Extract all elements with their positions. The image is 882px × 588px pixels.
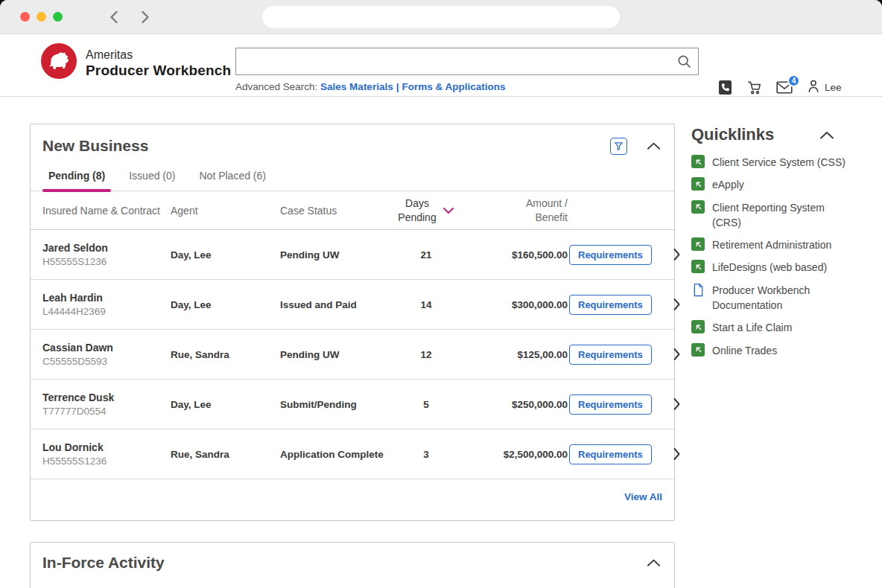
insured-name: Terrence Dusk	[42, 392, 171, 403]
app-title: Producer Workbench	[86, 63, 231, 79]
quicklink-label: Start a Life Claim	[712, 319, 792, 335]
quicklink-item[interactable]: Client Reporting System (CRS)	[691, 199, 864, 231]
column-header-amount: Amount / Benefit	[459, 196, 569, 223]
column-header-insured: Insured Name & Contract	[42, 205, 171, 217]
minimize-window-button[interactable]	[37, 12, 46, 22]
quicklink-item[interactable]: eApply	[691, 176, 864, 192]
requirements-button[interactable]: Requirements	[569, 345, 652, 365]
search-input[interactable]	[235, 48, 699, 75]
brand[interactable]: Ameritas Producer Workbench	[41, 43, 231, 82]
quicklink-label: Producer Workbench Documentation	[712, 282, 848, 313]
column-header-days-sort[interactable]: Days Pending	[393, 196, 459, 223]
table-row: Jared Seldon H55555S1236 Day, Lee Pendin…	[31, 230, 674, 280]
days-pending-value: 14	[393, 299, 459, 310]
case-status: Pending UW	[280, 349, 393, 360]
contract-number: L44444H2369	[42, 306, 171, 317]
days-pending-value: 21	[393, 249, 459, 261]
document-icon	[691, 283, 705, 297]
table-body: Jared Seldon H55555S1236 Day, Lee Pendin…	[31, 230, 674, 479]
row-detail-chevron-icon[interactable]	[662, 447, 681, 461]
contract-number: T77777D0554	[42, 406, 171, 417]
browser-chrome	[0, 0, 882, 34]
mail-badge: 4	[787, 74, 800, 87]
case-status: Issued and Paid	[280, 299, 393, 310]
tab[interactable]: Pending (8)	[42, 162, 111, 191]
days-pending-value: 3	[393, 449, 459, 460]
table-row: Leah Hardin L44444H2369 Day, Lee Issued …	[31, 280, 674, 330]
search-icon[interactable]	[677, 54, 691, 71]
agent-name: Day, Lee	[171, 399, 280, 410]
requirements-button[interactable]: Requirements	[569, 394, 652, 415]
quicklinks-list: Client Service System (CSS) eApply Clien…	[691, 154, 864, 365]
insured-name: Lou Dornick	[42, 441, 171, 453]
quicklink-item[interactable]: LifeDesigns (web based)	[691, 259, 864, 275]
requirements-button[interactable]: Requirements	[569, 295, 652, 315]
new-business-panel: New Business Pending (8) Issued (0) Not …	[30, 124, 675, 521]
row-detail-chevron-icon[interactable]	[662, 348, 681, 361]
filter-button[interactable]	[610, 138, 627, 155]
external-link-icon	[691, 177, 705, 191]
tab[interactable]: Issued (0)	[123, 162, 181, 191]
brand-name: Ameritas	[86, 48, 231, 62]
amount-benefit-value: $250,000.00	[459, 399, 569, 410]
browser-window: Ameritas Producer Workbench Advanced Sea…	[0, 0, 882, 588]
ameritas-logo-icon	[41, 43, 77, 82]
tab-label: Issued (0)	[129, 170, 175, 182]
column-header-status: Case Status	[280, 205, 393, 217]
quicklink-item[interactable]: Online Trades	[691, 342, 864, 358]
row-detail-chevron-icon[interactable]	[662, 248, 681, 261]
tab[interactable]: Not Placed (6)	[193, 162, 271, 191]
close-window-button[interactable]	[20, 12, 30, 22]
column-header-agent: Agent	[171, 205, 280, 217]
mail-icon[interactable]: 4	[776, 81, 793, 94]
row-detail-chevron-icon[interactable]	[662, 397, 681, 411]
view-all-link[interactable]: View All	[624, 491, 662, 502]
sales-materials-link[interactable]: Sales Materials	[320, 81, 393, 92]
table-row: Cassian Dawn C55555D5593 Rue, Sandra Pen…	[31, 330, 674, 380]
case-status: Application Complete	[280, 449, 393, 460]
new-business-tabs: Pending (8) Issued (0) Not Placed (6)	[31, 162, 674, 191]
quicklink-item[interactable]: Producer Workbench Documentation	[691, 282, 864, 313]
quicklinks-collapse-icon[interactable]	[818, 129, 836, 141]
user-menu[interactable]: Lee	[807, 79, 842, 96]
table-header-row: Insured Name & Contract Agent Case Statu…	[31, 191, 674, 230]
advanced-search-label: Advanced Search:	[235, 81, 317, 92]
zoom-window-button[interactable]	[53, 12, 63, 22]
contract-number: H55555S1236	[42, 256, 171, 267]
in-force-collapse-icon[interactable]	[645, 557, 662, 569]
address-bar[interactable]	[262, 6, 620, 28]
requirements-button[interactable]: Requirements	[569, 245, 652, 265]
days-header-line1: Days	[398, 196, 436, 210]
amount-benefit-value: $160,500.00	[459, 249, 569, 261]
amount-header-line1: Amount /	[459, 196, 568, 210]
quicklink-item[interactable]: Retirement Administration	[691, 237, 864, 252]
back-icon[interactable]	[109, 10, 118, 24]
quicklink-label: eApply	[712, 176, 744, 192]
case-status: Submit/Pending	[280, 399, 393, 410]
external-link-icon	[691, 237, 705, 251]
row-detail-chevron-icon[interactable]	[662, 298, 681, 311]
external-link-icon	[691, 320, 705, 333]
cart-icon[interactable]	[746, 80, 762, 95]
amount-header-line2: Benefit	[459, 211, 568, 224]
amount-benefit-value: $125,00.00	[459, 349, 569, 360]
contract-number: H55555S1236	[42, 456, 171, 467]
contact-book-icon[interactable]	[718, 80, 732, 95]
agent-name: Day, Lee	[171, 249, 280, 261]
quicklink-label: Retirement Administration	[712, 237, 831, 252]
case-status: Pending UW	[280, 249, 393, 261]
external-link-icon	[691, 343, 705, 357]
amount-benefit-value: $300,000.00	[459, 299, 569, 310]
link-separator: |	[396, 81, 399, 92]
forms-applications-link[interactable]: Forms & Applications	[402, 81, 505, 92]
quicklink-item[interactable]: Client Service System (CSS)	[691, 154, 864, 170]
days-pending-value: 5	[393, 399, 459, 410]
quicklinks-title: Quicklinks	[691, 125, 818, 144]
new-business-collapse-icon[interactable]	[645, 140, 662, 152]
quicklink-label: Online Trades	[712, 342, 777, 358]
tab-label: Pending (8)	[48, 170, 105, 182]
forward-icon[interactable]	[141, 10, 150, 24]
amount-benefit-value: $2,500,000.00	[459, 449, 569, 460]
requirements-button[interactable]: Requirements	[569, 444, 652, 464]
quicklink-item[interactable]: Start a Life Claim	[691, 319, 864, 335]
